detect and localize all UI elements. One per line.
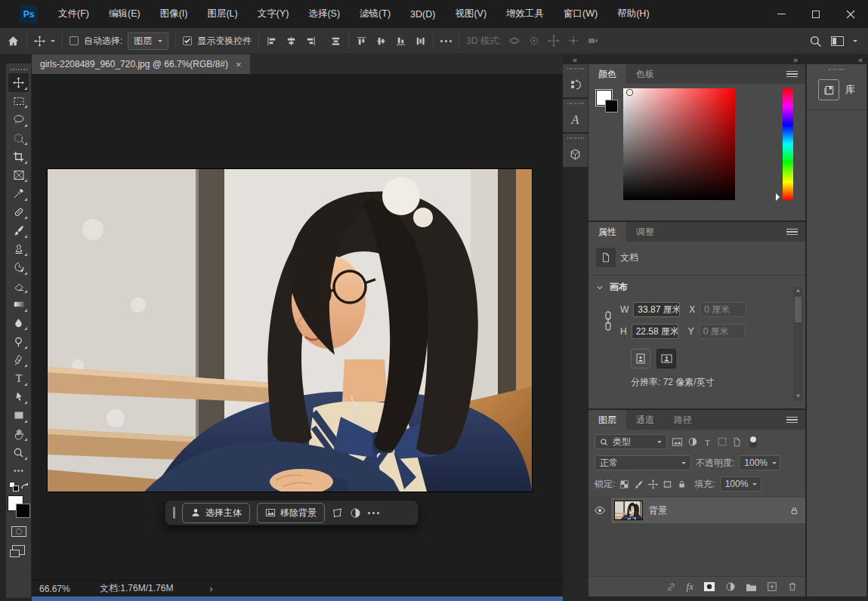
saturation-brightness-field[interactable] bbox=[623, 88, 735, 200]
layer-thumbnail[interactable] bbox=[615, 501, 642, 519]
canvas-image[interactable] bbox=[48, 169, 532, 492]
align-left-button[interactable] bbox=[266, 35, 277, 47]
menu-help[interactable]: 帮助(H) bbox=[607, 8, 659, 20]
layer-filter-toggle[interactable] bbox=[749, 436, 757, 448]
landscape-orientation-button[interactable] bbox=[656, 349, 676, 368]
color-selector-ring[interactable] bbox=[627, 90, 632, 95]
filter-smart-objects-icon[interactable] bbox=[732, 437, 742, 447]
menu-3d[interactable]: 3D(D) bbox=[400, 9, 445, 20]
status-chevron-icon[interactable]: › bbox=[173, 584, 212, 594]
tab-layers[interactable]: 图层 bbox=[588, 410, 626, 430]
auto-select-checkbox[interactable] bbox=[70, 36, 79, 45]
fill-dropdown[interactable]: 100% bbox=[720, 476, 761, 492]
align-top-button[interactable] bbox=[356, 35, 367, 47]
menu-window[interactable]: 窗口(W) bbox=[554, 8, 607, 20]
auto-select-target-dropdown[interactable]: 图层 bbox=[128, 32, 168, 50]
distribute-horizontal-button[interactable] bbox=[415, 35, 426, 47]
lock-transparent-pixels-icon[interactable] bbox=[619, 479, 629, 489]
move-tool[interactable] bbox=[8, 73, 29, 92]
expand-dock-chevron[interactable]: « bbox=[573, 55, 576, 64]
background-color-swatch[interactable] bbox=[605, 100, 618, 112]
type-tool[interactable]: T bbox=[8, 369, 29, 388]
collapse-section-icon[interactable] bbox=[596, 284, 604, 291]
hue-slider[interactable] bbox=[783, 88, 793, 200]
eraser-tool[interactable] bbox=[8, 277, 29, 296]
3d-panel-button[interactable] bbox=[563, 134, 588, 167]
add-layer-mask-icon[interactable] bbox=[703, 581, 715, 592]
canvas-area[interactable]: 选择主体 移除背景 bbox=[32, 74, 563, 580]
path-selection-tool[interactable] bbox=[8, 388, 29, 407]
layer-row-selected[interactable]: 背景 bbox=[611, 498, 805, 523]
hue-slider-marker[interactable] bbox=[776, 193, 783, 201]
lock-artboard-icon[interactable] bbox=[663, 479, 672, 489]
menu-layer[interactable]: 图层(L) bbox=[197, 8, 247, 20]
zoom-tool[interactable] bbox=[8, 443, 29, 462]
spot-healing-brush-tool[interactable] bbox=[8, 203, 29, 222]
tab-paths[interactable]: 路径 bbox=[664, 410, 702, 430]
tool-preset-move[interactable] bbox=[34, 35, 45, 47]
align-center-horizontal-button[interactable] bbox=[286, 35, 297, 47]
tab-color[interactable]: 颜色 bbox=[588, 64, 626, 84]
align-right-button[interactable] bbox=[305, 35, 317, 47]
gradient-tool[interactable] bbox=[8, 295, 29, 314]
layer-visibility-toggle[interactable] bbox=[588, 504, 611, 516]
show-transform-checkbox[interactable] bbox=[183, 36, 192, 45]
new-layer-icon[interactable] bbox=[767, 581, 777, 592]
menu-select[interactable]: 选择(S) bbox=[298, 8, 350, 20]
distribute-centers-button[interactable] bbox=[330, 35, 341, 47]
taskbar-grip[interactable] bbox=[173, 507, 175, 519]
foreground-background-colors[interactable] bbox=[8, 495, 30, 518]
tab-channels[interactable]: 通道 bbox=[626, 410, 664, 430]
create-adjustment-button[interactable] bbox=[350, 507, 361, 519]
lasso-tool[interactable] bbox=[8, 110, 29, 129]
lock-position-icon[interactable] bbox=[648, 479, 658, 489]
menu-edit[interactable]: 编辑(E) bbox=[99, 8, 150, 20]
eyedropper-tool[interactable] bbox=[8, 184, 29, 203]
chevron-down-icon[interactable] bbox=[51, 40, 55, 45]
menu-type[interactable]: 文字(Y) bbox=[248, 8, 299, 20]
tab-properties[interactable]: 属性 bbox=[588, 222, 626, 242]
color-panel-swatches[interactable] bbox=[596, 90, 622, 116]
filter-shape-layers-icon[interactable] bbox=[717, 436, 727, 447]
height-field[interactable]: 22.58 厘米 bbox=[632, 324, 678, 339]
workspace-switcher-button[interactable] bbox=[831, 36, 844, 46]
close-button[interactable] bbox=[833, 0, 868, 28]
character-panel-button[interactable]: A bbox=[563, 99, 588, 132]
lock-image-pixels-icon[interactable] bbox=[634, 479, 644, 489]
chevron-down-icon[interactable] bbox=[853, 40, 857, 45]
filter-type-layers-icon[interactable]: T bbox=[703, 437, 712, 447]
search-button[interactable] bbox=[809, 35, 822, 48]
close-tab-icon[interactable]: × bbox=[236, 59, 242, 70]
maximize-button[interactable] bbox=[798, 0, 833, 28]
pen-tool[interactable] bbox=[8, 351, 29, 370]
tab-swatches[interactable]: 色板 bbox=[626, 64, 664, 84]
expand-library-chevron[interactable]: « bbox=[858, 55, 862, 64]
x-field[interactable]: 0 厘米 bbox=[700, 302, 746, 317]
history-panel-button[interactable] bbox=[563, 64, 588, 97]
document-tab[interactable]: girls-2208489_960_720.jpg @ 66.7%(RGB/8#… bbox=[32, 54, 250, 74]
scroll-down-icon[interactable]: ▼ bbox=[795, 393, 802, 399]
more-options-button[interactable] bbox=[440, 40, 452, 42]
brush-tool[interactable] bbox=[8, 221, 29, 240]
taskbar-more-button[interactable] bbox=[368, 512, 379, 514]
home-button[interactable] bbox=[7, 35, 20, 48]
panel-menu-icon[interactable] bbox=[786, 229, 798, 236]
filter-adjustment-layers-icon[interactable] bbox=[687, 436, 698, 447]
menu-image[interactable]: 图像(I) bbox=[150, 8, 198, 20]
new-adjustment-layer-icon[interactable] bbox=[725, 581, 736, 592]
lock-all-icon[interactable] bbox=[677, 479, 687, 489]
transform-image-button[interactable] bbox=[332, 507, 343, 519]
y-field[interactable]: 0 厘米 bbox=[699, 324, 746, 339]
width-field[interactable]: 33.87 厘米 bbox=[633, 302, 680, 317]
align-bottom-button[interactable] bbox=[395, 35, 406, 47]
link-dimensions-icon[interactable] bbox=[604, 311, 613, 331]
dodge-tool[interactable] bbox=[8, 332, 29, 351]
new-group-icon[interactable] bbox=[746, 582, 757, 592]
layer-filter-dropdown[interactable]: 类型 bbox=[595, 434, 667, 449]
clone-stamp-tool[interactable] bbox=[8, 240, 29, 259]
scrollbar-thumb[interactable] bbox=[795, 297, 802, 322]
scroll-up-icon[interactable]: ▲ bbox=[795, 287, 802, 294]
filter-pixel-layers-icon[interactable] bbox=[672, 436, 683, 448]
panel-menu-icon[interactable] bbox=[786, 71, 798, 78]
menu-file[interactable]: 文件(F) bbox=[48, 8, 99, 20]
